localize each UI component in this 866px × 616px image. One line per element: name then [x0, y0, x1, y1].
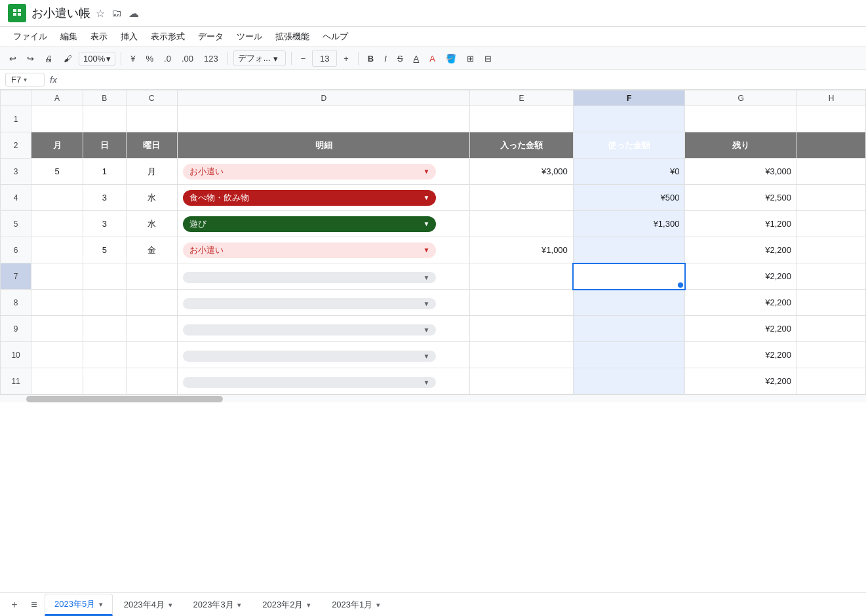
currency-button[interactable]: ¥ — [127, 52, 139, 66]
menu-format[interactable]: 表示形式 — [146, 28, 190, 45]
cell-e5[interactable] — [470, 211, 573, 237]
row-header-1[interactable]: 1 — [1, 106, 31, 132]
decimal-inc-button[interactable]: .00 — [178, 52, 197, 66]
cell-g9[interactable]: ¥2,200 — [685, 316, 797, 342]
cell-e11[interactable] — [470, 368, 573, 395]
cell-e3[interactable]: ¥3,000 — [470, 159, 573, 185]
cell-b3[interactable]: 1 — [83, 159, 126, 185]
cell-h2[interactable] — [797, 132, 865, 159]
cell-c5[interactable]: 水 — [126, 211, 178, 237]
cell-c10[interactable] — [126, 342, 178, 368]
cell-h6[interactable] — [797, 237, 865, 263]
print-button[interactable]: 🖨 — [41, 52, 57, 66]
cell-f11[interactable] — [573, 368, 685, 395]
cell-c2[interactable]: 曜日 — [126, 132, 178, 159]
col-header-b[interactable]: B — [83, 90, 126, 106]
dropdown-pill-d3[interactable]: お小遣い ▼ — [183, 164, 436, 180]
cell-b4[interactable]: 3 — [83, 185, 126, 211]
col-header-f[interactable]: F — [573, 90, 685, 106]
cell-c11[interactable] — [126, 368, 178, 395]
cell-a6[interactable] — [31, 237, 83, 263]
star-icon[interactable]: ☆ — [96, 7, 105, 20]
row-header-11[interactable]: 11 — [1, 368, 31, 395]
undo-button[interactable]: ↩ — [5, 52, 20, 66]
cell-f1[interactable] — [573, 106, 685, 132]
cell-g3[interactable]: ¥3,000 — [685, 159, 797, 185]
formula-input[interactable] — [62, 73, 861, 86]
underline-button[interactable]: A — [410, 52, 423, 66]
cell-b5[interactable]: 3 — [83, 211, 126, 237]
dropdown-pill-d8[interactable]: ▼ — [183, 298, 436, 309]
row-header-3[interactable]: 3 — [1, 159, 31, 185]
cell-h9[interactable] — [797, 316, 865, 342]
col-header-h[interactable]: H — [797, 90, 865, 106]
cell-g7[interactable]: ¥2,200 — [685, 263, 797, 290]
menu-help[interactable]: ヘルプ — [317, 28, 353, 45]
cell-d9[interactable]: ▼ — [178, 316, 470, 342]
menu-insert[interactable]: 挿入 — [115, 28, 143, 45]
col-header-g[interactable]: G — [685, 90, 797, 106]
redo-button[interactable]: ↪ — [23, 52, 38, 66]
cell-g1[interactable] — [685, 106, 797, 132]
cell-c3[interactable]: 月 — [126, 159, 178, 185]
cell-b9[interactable] — [83, 316, 126, 342]
cell-d4[interactable]: 食べ物・飲み物 ▼ — [178, 185, 470, 211]
cell-b8[interactable] — [83, 290, 126, 316]
italic-button[interactable]: I — [380, 52, 391, 66]
font-selector[interactable]: デフォ... ▾ — [233, 50, 286, 66]
font-size-increase[interactable]: + — [340, 52, 353, 66]
cell-b1[interactable] — [83, 106, 126, 132]
dropdown-pill-d11[interactable]: ▼ — [183, 377, 436, 388]
cell-f4[interactable]: ¥500 — [573, 185, 685, 211]
cell-g8[interactable]: ¥2,200 — [685, 290, 797, 316]
cell-f10[interactable] — [573, 342, 685, 368]
cell-e6[interactable]: ¥1,000 — [470, 237, 573, 263]
cell-h8[interactable] — [797, 290, 865, 316]
cell-f7[interactable] — [573, 263, 685, 290]
cell-b10[interactable] — [83, 342, 126, 368]
cell-e8[interactable] — [470, 290, 573, 316]
cell-b2[interactable]: 日 — [83, 132, 126, 159]
paint-format-button[interactable]: 🖌 — [60, 52, 76, 66]
cell-d11[interactable]: ▼ — [178, 368, 470, 395]
row-header-9[interactable]: 9 — [1, 316, 31, 342]
row-header-6[interactable]: 6 — [1, 237, 31, 263]
cell-h5[interactable] — [797, 211, 865, 237]
cell-b6[interactable]: 5 — [83, 237, 126, 263]
row-header-2[interactable]: 2 — [1, 132, 31, 159]
merge-button[interactable]: ⊟ — [481, 52, 496, 66]
cell-d3[interactable]: お小遣い ▼ — [178, 159, 470, 185]
cell-c6[interactable]: 金 — [126, 237, 178, 263]
col-header-d[interactable]: D — [178, 90, 470, 106]
cell-h10[interactable] — [797, 342, 865, 368]
dropdown-pill-d9[interactable]: ▼ — [183, 324, 436, 336]
cell-g6[interactable]: ¥2,200 — [685, 237, 797, 263]
horizontal-scrollbar[interactable] — [0, 395, 866, 402]
cell-f3[interactable]: ¥0 — [573, 159, 685, 185]
col-header-e[interactable]: E — [470, 90, 573, 106]
menu-edit[interactable]: 編集 — [55, 28, 83, 45]
cell-a3[interactable]: 5 — [31, 159, 83, 185]
cell-d2[interactable]: 明細 — [178, 132, 470, 159]
cell-d6[interactable]: お小遣い ▼ — [178, 237, 470, 263]
cell-d1[interactable] — [178, 106, 470, 132]
row-header-4[interactable]: 4 — [1, 185, 31, 211]
dropdown-pill-d10[interactable]: ▼ — [183, 351, 436, 362]
cell-b7[interactable] — [83, 263, 126, 290]
cell-f9[interactable] — [573, 316, 685, 342]
cell-h7[interactable] — [797, 263, 865, 290]
cell-a5[interactable] — [31, 211, 83, 237]
cell-h11[interactable] — [797, 368, 865, 395]
format-number-button[interactable]: 123 — [200, 52, 222, 66]
fill-color-button[interactable]: 🪣 — [442, 52, 460, 66]
cell-h1[interactable] — [797, 106, 865, 132]
row-header-8[interactable]: 8 — [1, 290, 31, 316]
folder-icon[interactable]: 🗂 — [111, 7, 122, 19]
cell-d8[interactable]: ▼ — [178, 290, 470, 316]
cell-e1[interactable] — [470, 106, 573, 132]
cell-a1[interactable] — [31, 106, 83, 132]
dropdown-pill-d5[interactable]: 遊び ▼ — [183, 216, 436, 232]
cell-reference[interactable]: F7 ▾ — [5, 73, 45, 87]
cell-c7[interactable] — [126, 263, 178, 290]
cell-c4[interactable]: 水 — [126, 185, 178, 211]
